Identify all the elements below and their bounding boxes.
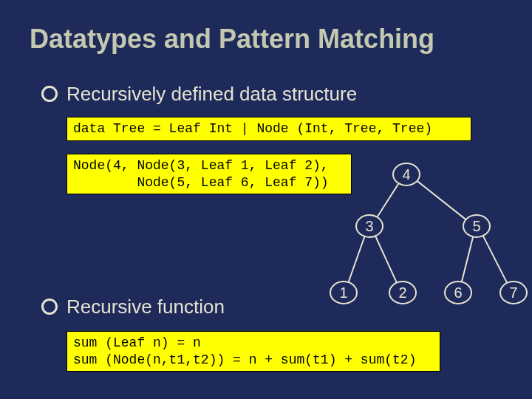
bullet-text: Recursive function [66, 296, 225, 318]
tree-node: 2 [389, 282, 416, 304]
code-sum-definition: sum (Leaf n) = n sum (Node(n,t1,t2)) = n… [66, 331, 440, 372]
tree-node: 3 [356, 215, 383, 237]
tree-node-label: 3 [365, 218, 373, 234]
tree-diagram: 4351267 [329, 145, 528, 315]
tree-node-label: 4 [402, 166, 410, 183]
tree-node: 4 [393, 163, 420, 185]
tree-edge [375, 236, 397, 282]
tree-edge [462, 236, 473, 282]
tree-node: 6 [445, 282, 471, 304]
bullet-marker-icon [41, 299, 58, 315]
bullet-text: Recursively defined data structure [66, 83, 357, 105]
slide-title: Datatypes and Pattern Matching [30, 24, 434, 55]
bullet-recursive-data: Recursively defined data structure [41, 83, 357, 106]
tree-node-label: 2 [398, 284, 406, 301]
tree-node-label: 7 [509, 284, 517, 301]
slide: Datatypes and Pattern Matching Recursive… [0, 0, 532, 399]
tree-node: 5 [463, 215, 490, 237]
code-tree-example: Node(4, Node(3, Leaf 1, Leaf 2), Node(5,… [66, 154, 352, 194]
tree-node-label: 6 [454, 284, 462, 301]
tree-node: 1 [330, 282, 357, 304]
bullet-recursive-function: Recursive function [41, 296, 225, 318]
tree-edge [349, 236, 365, 282]
tree-edge [377, 183, 398, 217]
tree-edge [483, 236, 508, 283]
tree-node-label: 5 [472, 218, 480, 234]
tree-node: 7 [500, 282, 527, 304]
code-data-definition: data Tree = Leaf Int | Node (Int, Tree, … [66, 117, 471, 141]
bullet-marker-icon [41, 86, 58, 102]
tree-node-label: 1 [339, 284, 347, 301]
tree-edge [417, 181, 466, 219]
